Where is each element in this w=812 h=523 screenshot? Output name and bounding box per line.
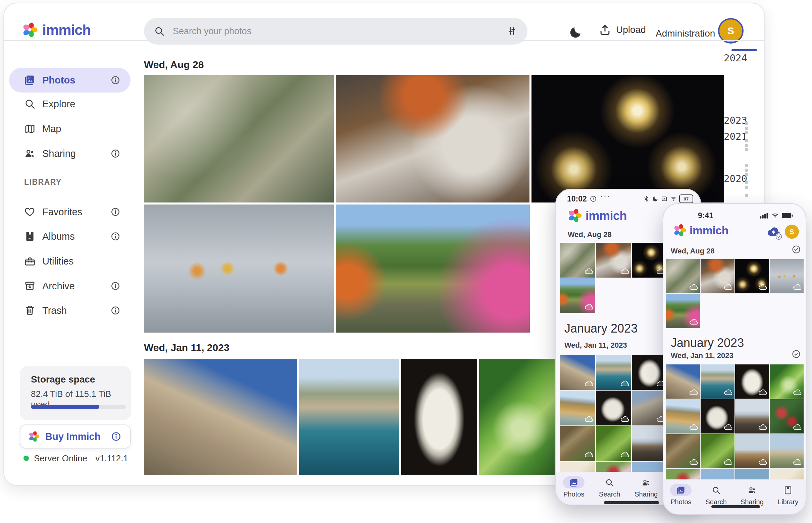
cloud-backup-icon: [689, 458, 698, 467]
timeline-year-2024[interactable]: 2024: [722, 52, 749, 64]
photo-stone-sculpture[interactable]: [596, 391, 631, 426]
sidebar-item-archive[interactable]: Archive: [9, 274, 131, 298]
cloud-backup-icon: [758, 283, 767, 292]
photo-garden-path[interactable]: [666, 294, 700, 328]
photo-winter-village[interactable]: [735, 434, 769, 468]
photo-fireworks[interactable]: [735, 259, 769, 293]
photo-fireworks[interactable]: [632, 243, 667, 277]
photo-christmas-tree[interactable]: [770, 399, 804, 433]
nav-label: Photos: [670, 498, 691, 506]
photo-marble-bust[interactable]: [735, 364, 769, 399]
administration-link[interactable]: Administration: [656, 28, 715, 39]
sidebar-item-label: Albums: [42, 231, 75, 242]
select-all-check-icon[interactable]: [792, 349, 801, 359]
sidebar-item-photos[interactable]: Photos: [9, 68, 131, 92]
cloud-backup-icon: [584, 267, 593, 276]
photos-icon: [563, 476, 585, 488]
photo-autumn-dinner-table[interactable]: [596, 243, 631, 277]
nav-item-library[interactable]: Library: [777, 484, 799, 506]
photo-lizard-moss[interactable]: [701, 434, 735, 468]
sidebar-item-trash[interactable]: Trash: [9, 299, 131, 322]
user-avatar[interactable]: S: [718, 18, 744, 43]
sidebar-item-utilities[interactable]: Utilities: [9, 249, 131, 273]
nav-item-search[interactable]: Search: [599, 476, 620, 498]
photo-fortress-walls[interactable]: [666, 364, 700, 399]
brand-wordmark: immich: [42, 22, 91, 38]
info-icon[interactable]: [110, 207, 120, 217]
timeline-dot: [745, 181, 748, 184]
buy-immich-button[interactable]: Buy Immich: [20, 425, 131, 449]
nav-item-search[interactable]: Search: [705, 484, 727, 506]
cloud-backup-icon: [793, 388, 801, 397]
photo-fireworks[interactable]: [532, 75, 724, 202]
search-input[interactable]: [172, 26, 507, 37]
photo-marble-bust[interactable]: [401, 359, 477, 475]
info-icon[interactable]: [110, 231, 120, 241]
photo-coastal-harbor[interactable]: [701, 364, 735, 399]
nav-item-photos[interactable]: Photos: [563, 476, 585, 498]
cloud-backup-upload-icon[interactable]: [766, 224, 781, 239]
photo-lizard-rocks[interactable]: [560, 426, 595, 461]
photo-garden-path[interactable]: [560, 278, 595, 313]
photo-winter-tower[interactable]: [632, 426, 667, 461]
info-icon[interactable]: [110, 75, 120, 85]
timeline-dot: [745, 169, 748, 172]
nav-item-photos[interactable]: Photos: [670, 484, 692, 506]
bluetooth-icon: [643, 196, 650, 202]
photo-autumn-dinner-table[interactable]: [701, 259, 735, 293]
sidebar-item-map[interactable]: Map: [9, 117, 131, 141]
nav-item-sharing[interactable]: Sharing: [741, 484, 764, 506]
photo-holding-hands[interactable]: [770, 259, 804, 293]
home-indicator[interactable]: [604, 501, 659, 504]
dark-mode-moon-icon[interactable]: [569, 25, 583, 39]
photo-lizard-rocks[interactable]: [666, 434, 700, 468]
photo-zoo-monkeys[interactable]: [666, 259, 700, 293]
screenshot-canvas: immich Upload: [0, 0, 812, 523]
photo-beach-cliff[interactable]: [560, 391, 595, 426]
cloud-backup-icon: [584, 302, 593, 311]
photo-hillside-houses[interactable]: [770, 434, 804, 468]
photo-stone-sculpture[interactable]: [701, 399, 735, 433]
info-icon[interactable]: [110, 148, 120, 159]
immich-logo-icon: [567, 208, 583, 223]
photo-marble-bust[interactable]: [632, 355, 667, 390]
sidebar-item-label: Sharing: [42, 148, 76, 159]
photo-green-hops[interactable]: [770, 364, 804, 399]
upload-label: Upload: [616, 24, 646, 35]
photo-green-hops[interactable]: [479, 359, 555, 475]
sidebar-item-explore[interactable]: Explore: [9, 92, 131, 116]
photo-zoo-monkeys[interactable]: [144, 75, 334, 202]
sidebar-item-favorites[interactable]: Favorites: [9, 200, 131, 223]
info-icon[interactable]: [110, 305, 120, 315]
photo-winter-tower[interactable]: [735, 399, 769, 433]
info-icon[interactable]: [111, 431, 121, 442]
photo-holding-hands[interactable]: [144, 204, 334, 332]
photo-ruined-wall[interactable]: [632, 391, 667, 426]
sidebar-item-sharing[interactable]: Sharing: [9, 142, 131, 165]
photo-zoo-monkeys[interactable]: [560, 243, 595, 277]
sidebar-item-label: Trash: [42, 305, 67, 316]
nav-item-sharing[interactable]: Sharing: [635, 476, 658, 498]
filter-sliders-icon[interactable]: [507, 26, 517, 37]
sidebar-item-albums[interactable]: Albums: [9, 224, 131, 248]
timeline-dot: [745, 127, 748, 130]
timeline-current-bar[interactable]: [731, 49, 757, 51]
photo-coastal-harbor[interactable]: [596, 355, 631, 390]
cloud-backup-icon: [584, 415, 593, 424]
upload-button[interactable]: Upload: [599, 23, 646, 36]
photo-beach-cliff[interactable]: [666, 399, 700, 433]
home-indicator[interactable]: [711, 505, 760, 508]
photo-coastal-harbor[interactable]: [299, 359, 399, 475]
library-icon: [777, 484, 799, 496]
select-all-check-icon[interactable]: [792, 245, 801, 254]
cloud-backup-icon: [758, 388, 767, 397]
photo-garden-path[interactable]: [336, 204, 530, 332]
sidebar-item-label: Archive: [42, 281, 75, 292]
user-avatar[interactable]: S: [785, 224, 799, 239]
wifi-icon: [670, 196, 677, 202]
photo-fortress-walls[interactable]: [560, 355, 595, 390]
photo-autumn-dinner-table[interactable]: [336, 75, 530, 202]
photo-fortress-walls[interactable]: [144, 359, 297, 475]
photo-lizard-moss[interactable]: [596, 426, 631, 461]
info-icon[interactable]: [110, 281, 120, 291]
